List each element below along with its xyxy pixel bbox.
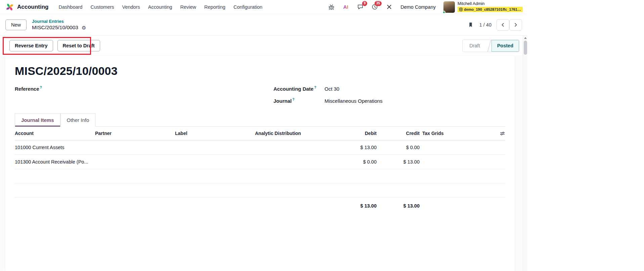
cell-partner <box>95 143 175 152</box>
pager-next-button[interactable] <box>509 19 522 31</box>
ai-glyph: AI <box>343 4 348 10</box>
cell-tax-grids <box>420 143 492 152</box>
breadcrumb-parent-link[interactable]: Journal Entries <box>32 19 86 24</box>
status-step-separator <box>487 40 491 52</box>
pager-previous-button[interactable] <box>497 19 509 31</box>
optional-columns-icon[interactable] <box>500 131 505 136</box>
cell-account: 101300 Account Receivable (Po... <box>15 155 95 169</box>
cell-credit: $ 13.00 <box>377 155 420 169</box>
cell-analytic <box>255 143 322 152</box>
top-navbar: Accounting Dashboard Customers Vendors A… <box>0 0 527 14</box>
chevron-left-icon <box>501 22 505 27</box>
cell-partner <box>95 157 175 166</box>
user-menu[interactable]: Mitchell Admin demo_190_c85287101ffc_176… <box>443 1 523 13</box>
column-header-credit[interactable]: Credit <box>377 127 420 140</box>
new-button[interactable]: New <box>5 19 27 30</box>
journal-help-icon[interactable]: ? <box>292 98 294 101</box>
app-name: Accounting <box>17 4 49 10</box>
cell-account: 101000 Current Assets <box>15 140 95 154</box>
status-step-posted[interactable]: Posted <box>491 40 519 52</box>
debug-tools-icon[interactable] <box>385 3 393 11</box>
messages-icon[interactable]: 9 <box>356 3 364 11</box>
scrollbar-thumb[interactable] <box>524 41 527 55</box>
journal-label: Journal? <box>273 98 325 104</box>
chevron-right-icon <box>513 22 518 27</box>
bookmark-icon <box>468 21 474 28</box>
systray: AI 9 35 Demo Company <box>328 1 523 13</box>
status-widget: Draft Posted <box>462 40 519 52</box>
database-name: demo_190_c85287101ffc_1761… <box>464 7 521 11</box>
cell-label <box>175 157 255 166</box>
total-credit: $ 13.00 <box>377 198 420 213</box>
column-header-partner[interactable]: Partner <box>95 127 175 140</box>
menu-reporting[interactable]: Reporting <box>200 1 229 13</box>
tab-journal-items[interactable]: Journal Items <box>15 113 60 127</box>
messages-badge: 9 <box>362 1 368 6</box>
cell-label <box>175 143 255 152</box>
odoo-logo-icon <box>5 3 14 11</box>
menu-configuration[interactable]: Configuration <box>229 1 266 13</box>
app-window: Accounting Dashboard Customers Vendors A… <box>0 0 527 271</box>
status-step-draft[interactable]: Draft <box>463 40 486 52</box>
cell-tax-grids <box>420 157 492 166</box>
activities-badge: 35 <box>375 1 382 6</box>
column-header-analytic-distribution[interactable]: Analytic Distribution <box>255 127 322 140</box>
user-info: Mitchell Admin demo_190_c85287101ffc_176… <box>458 1 523 12</box>
breadcrumb: Journal Entries MISC/2025/10/0003 ⚙ <box>32 19 86 31</box>
reset-to-draft-button[interactable]: Reset to Draft <box>57 40 100 51</box>
entry-title: MISC/2025/10/0003 <box>15 64 505 78</box>
pager-area: 1 / 40 <box>467 19 522 31</box>
cell-debit: $ 13.00 <box>322 140 377 154</box>
form-sheet: MISC/2025/10/0003 Reference? Accounting … <box>5 56 515 271</box>
breadcrumb-bar: New Journal Entries MISC/2025/10/0003 ⚙ … <box>0 14 527 36</box>
table-row[interactable]: 101000 Current Assets $ 13.00 $ 0.00 <box>15 140 505 155</box>
bug-report-icon[interactable] <box>328 3 335 11</box>
journal-field[interactable]: Miscellaneous Operations <box>325 98 505 104</box>
cell-credit: $ 0.00 <box>377 140 420 154</box>
vertical-scrollbar[interactable] <box>523 36 527 271</box>
database-icon <box>459 7 463 11</box>
online-status-dot <box>442 11 445 14</box>
menu-customers[interactable]: Customers <box>86 1 118 13</box>
database-indicator: demo_190_c85287101ffc_1761… <box>458 7 523 12</box>
accounting-date-label: Accounting Date? <box>273 86 325 92</box>
column-header-account[interactable]: Account <box>15 127 95 140</box>
field-group: Reference? Accounting Date? Oct 30 Journ… <box>15 86 505 110</box>
scroll-up-arrow-icon[interactable] <box>523 36 527 40</box>
bookmark-button[interactable] <box>467 21 474 29</box>
ai-assistant-icon[interactable]: AI <box>342 3 349 11</box>
menu-review[interactable]: Review <box>176 1 201 13</box>
main-menu: Dashboard Customers Vendors Accounting R… <box>55 1 267 13</box>
statusbar-buttons: Reverse Entry Reset to Draft <box>9 40 100 51</box>
cell-debit: $ 0.00 <box>322 155 377 169</box>
reference-label: Reference? <box>15 86 66 92</box>
totals-row: $ 13.00 $ 13.00 <box>15 197 505 213</box>
column-header-debit[interactable]: Debit <box>322 127 377 140</box>
activities-clock-icon[interactable]: 35 <box>371 3 378 11</box>
form-view: MISC/2025/10/0003 Reference? Accounting … <box>0 56 527 271</box>
table-row-empty <box>15 183 505 197</box>
form-statusbar: Reverse Entry Reset to Draft Draft Poste… <box>0 36 527 56</box>
company-switcher[interactable]: Demo Company <box>400 4 436 10</box>
gear-icon[interactable]: ⚙ <box>82 25 86 30</box>
menu-accounting[interactable]: Accounting <box>144 1 176 13</box>
journal-items-header-row: Account Partner Label Analytic Distribut… <box>15 127 505 140</box>
pager-indicator[interactable]: 1 / 40 <box>479 22 491 28</box>
notebook-tabs: Journal Items Other Info <box>15 113 505 127</box>
menu-dashboard[interactable]: Dashboard <box>55 1 87 13</box>
column-header-tax-grids[interactable]: Tax Grids <box>420 127 492 140</box>
total-debit: $ 13.00 <box>322 198 377 213</box>
reverse-entry-button[interactable]: Reverse Entry <box>9 40 53 51</box>
cell-analytic <box>255 157 322 166</box>
accounting-date-field[interactable]: Oct 30 <box>325 86 505 92</box>
user-name: Mitchell Admin <box>458 1 523 7</box>
menu-vendors[interactable]: Vendors <box>118 1 144 13</box>
reference-help-icon[interactable]: ? <box>40 86 42 89</box>
breadcrumb-current: MISC/2025/10/0003 <box>32 25 78 31</box>
tab-other-info[interactable]: Other Info <box>60 113 96 127</box>
table-row[interactable]: 101300 Account Receivable (Po... $ 0.00 … <box>15 155 505 169</box>
accounting-date-help-icon[interactable]: ? <box>314 86 316 89</box>
app-switcher[interactable]: Accounting <box>5 3 49 11</box>
column-header-label[interactable]: Label <box>175 127 255 140</box>
table-row-empty <box>15 169 505 183</box>
